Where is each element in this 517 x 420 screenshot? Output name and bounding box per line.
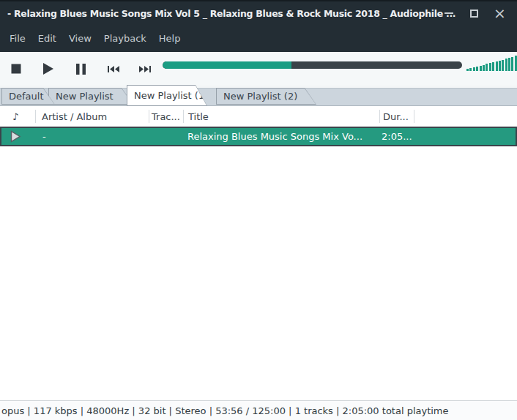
app-window: - Relaxing Blues Music Songs Mix Vol 5 _… [0,0,517,420]
volume-bar [496,61,498,71]
stop-icon [11,64,21,74]
playlist-header: ♪ Artist / Album Trac... Title Dur... [0,106,517,127]
menu-view[interactable]: View [69,33,92,44]
pause-button[interactable] [70,55,92,83]
menu-edit[interactable]: Edit [38,33,56,44]
volume-bar [476,67,478,71]
next-icon [139,66,151,72]
tab-default[interactable]: Default [1,88,55,105]
play-icon [43,63,53,75]
previous-button[interactable] [103,55,124,83]
maximize-icon [470,10,478,18]
column-separator[interactable] [35,110,36,123]
tab-new-playlist-1[interactable]: New Playlist (1) [127,85,207,106]
progress-fill [163,61,291,69]
close-icon: × [494,10,506,18]
row-duration: 2:05... [382,128,412,145]
playlist-row-playing[interactable]: - Relaxing Blues Music Songs Mix Vo... 2… [0,127,517,146]
row-title: Relaxing Blues Music Songs Mix Vo... [187,128,375,145]
volume-bar [486,64,488,71]
volume-bar [483,65,485,71]
volume-bar [515,56,517,71]
window-controls: × [436,1,513,25]
volume-bars[interactable] [466,56,517,71]
volume-bar [473,67,475,71]
maximize-button[interactable] [461,2,487,24]
previous-icon [108,66,119,72]
column-note[interactable]: ♪ [12,106,18,127]
column-artist-album[interactable]: Artist / Album [42,106,107,127]
tab-new-playlist-2[interactable]: New Playlist (2) [216,88,316,105]
tab-label: New Playlist (1) [127,90,208,101]
close-button[interactable]: × [487,2,513,24]
volume-bar [480,66,482,71]
menu-playback[interactable]: Playback [104,33,146,44]
row-playing-icon [10,130,21,143]
playlist-tabbar: Default New Playlist New Playlist (1) Ne… [0,86,517,106]
seek-bar[interactable] [163,61,462,69]
menu-help[interactable]: Help [159,33,181,44]
column-separator[interactable] [414,110,414,123]
play-button[interactable] [37,55,59,83]
toolbar [0,52,517,86]
volume-bar [469,68,472,71]
volume-bar [492,62,494,71]
volume-bar [502,60,504,71]
column-separator[interactable] [183,110,184,123]
volume-bar [489,63,491,71]
playlist-empty-area[interactable] [0,146,517,400]
window-title: - Relaxing Blues Music Songs Mix Vol 5 _… [0,8,455,19]
stop-button[interactable] [5,55,27,83]
minimize-icon [445,12,453,14]
next-button[interactable] [134,55,156,83]
tab-new-playlist[interactable]: New Playlist [48,88,133,105]
column-track[interactable]: Trac... [152,106,180,127]
minimize-button[interactable] [436,2,461,24]
column-separator[interactable] [149,110,149,123]
column-duration[interactable]: Dur... [383,106,409,127]
column-title[interactable]: Title [188,106,209,127]
titlebar[interactable]: - Relaxing Blues Music Songs Mix Vol 5 _… [0,1,517,25]
menu-file[interactable]: File [10,33,26,44]
volume-bar [499,61,501,71]
menubar: File Edit View Playback Help [0,25,517,52]
tab-label: New Playlist (2) [217,91,297,102]
tab-label: New Playlist [49,91,114,102]
volume-bar [466,69,469,71]
volume-bar [505,59,507,71]
tab-label: Default [2,91,44,102]
status-bar: opus | 117 kbps | 48000Hz | 32 bit | Ste… [0,400,517,420]
volume-bar [511,57,513,71]
pause-icon [76,64,86,75]
volume-bar [508,58,510,71]
row-artist: - [42,128,46,145]
window-header: - Relaxing Blues Music Songs Mix Vol 5 _… [0,0,517,52]
column-separator[interactable] [379,110,380,123]
